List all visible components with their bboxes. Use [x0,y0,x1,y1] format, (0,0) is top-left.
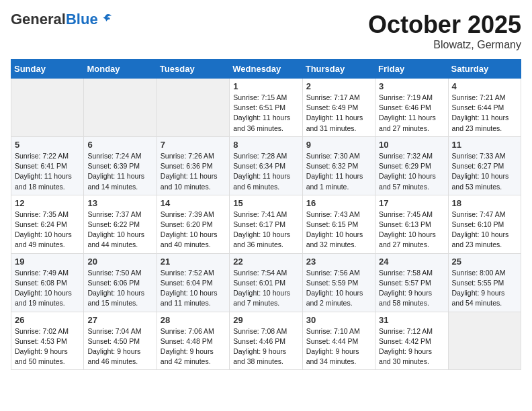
day-info: Sunrise: 7:37 AMSunset: 6:22 PMDaylight:… [87,210,152,250]
day-info: Sunrise: 7:06 AMSunset: 4:48 PMDaylight:… [161,326,226,367]
day-info: Sunrise: 7:26 AMSunset: 6:36 PMDaylight:… [161,151,226,192]
day-info: Sunrise: 7:39 AMSunset: 6:20 PMDaylight:… [161,210,226,250]
day-info: Sunrise: 7:28 AMSunset: 6:34 PMDaylight:… [233,151,298,192]
calendar-cell: 26Sunrise: 7:02 AMSunset: 4:53 PMDayligh… [11,312,84,370]
calendar-cell: 25Sunrise: 8:00 AMSunset: 5:55 PMDayligh… [448,253,521,312]
calendar-week-row: 12Sunrise: 7:35 AMSunset: 6:24 PMDayligh… [11,195,521,253]
calendar-cell: 8Sunrise: 7:28 AMSunset: 6:34 PMDaylight… [230,136,302,195]
calendar-cell: 11Sunrise: 7:33 AMSunset: 6:27 PMDayligh… [448,136,521,195]
logo-bird-icon [99,13,113,26]
calendar-cell: 14Sunrise: 7:39 AMSunset: 6:20 PMDayligh… [157,195,229,253]
day-number: 14 [161,198,226,208]
calendar-cell: 22Sunrise: 7:54 AMSunset: 6:01 PMDayligh… [230,253,302,312]
day-info: Sunrise: 7:24 AMSunset: 6:39 PMDaylight:… [87,151,152,192]
day-number: 4 [452,81,517,91]
calendar-cell: 10Sunrise: 7:32 AMSunset: 6:29 PMDayligh… [375,136,448,195]
month-title: October 2025 [368,11,521,39]
day-number: 17 [379,198,444,208]
calendar-cell: 7Sunrise: 7:26 AMSunset: 6:36 PMDaylight… [157,136,229,195]
day-info: Sunrise: 7:47 AMSunset: 6:10 PMDaylight:… [452,210,517,250]
calendar-cell: 1Sunrise: 7:15 AMSunset: 6:51 PMDaylight… [230,79,302,137]
day-info: Sunrise: 7:52 AMSunset: 6:04 PMDaylight:… [161,268,226,309]
calendar-cell: 17Sunrise: 7:45 AMSunset: 6:13 PMDayligh… [375,195,448,253]
calendar-cell: 2Sunrise: 7:17 AMSunset: 6:49 PMDaylight… [302,79,375,137]
location: Blowatz, Germany [368,39,521,51]
day-info: Sunrise: 7:43 AMSunset: 6:15 PMDaylight:… [306,210,371,250]
calendar-cell: 31Sunrise: 7:12 AMSunset: 4:42 PMDayligh… [375,312,448,370]
day-info: Sunrise: 7:54 AMSunset: 6:01 PMDaylight:… [233,268,298,309]
calendar-cell [157,79,229,137]
day-info: Sunrise: 7:49 AMSunset: 6:08 PMDaylight:… [15,268,80,309]
day-number: 22 [233,257,298,267]
calendar-cell: 18Sunrise: 7:47 AMSunset: 6:10 PMDayligh… [448,195,521,253]
day-info: Sunrise: 8:00 AMSunset: 5:55 PMDaylight:… [452,268,517,309]
calendar-cell: 5Sunrise: 7:22 AMSunset: 6:41 PMDaylight… [11,136,84,195]
weekday-header-friday: Friday [375,60,448,79]
calendar-cell: 13Sunrise: 7:37 AMSunset: 6:22 PMDayligh… [84,195,157,253]
calendar-table: SundayMondayTuesdayWednesdayThursdayFrid… [11,59,521,370]
calendar-week-row: 5Sunrise: 7:22 AMSunset: 6:41 PMDaylight… [11,136,521,195]
calendar-cell: 29Sunrise: 7:08 AMSunset: 4:46 PMDayligh… [230,312,302,370]
calendar-cell: 4Sunrise: 7:21 AMSunset: 6:44 PMDaylight… [448,79,521,137]
calendar-cell: 28Sunrise: 7:06 AMSunset: 4:48 PMDayligh… [157,312,229,370]
day-info: Sunrise: 7:56 AMSunset: 5:59 PMDaylight:… [306,268,371,309]
day-number: 24 [379,257,444,267]
day-number: 2 [306,81,371,91]
day-info: Sunrise: 7:08 AMSunset: 4:46 PMDaylight:… [233,326,298,367]
day-number: 29 [233,315,298,325]
day-info: Sunrise: 7:04 AMSunset: 4:50 PMDaylight:… [87,326,152,367]
day-number: 23 [306,257,371,267]
day-info: Sunrise: 7:02 AMSunset: 4:53 PMDaylight:… [15,326,80,367]
day-number: 21 [161,257,226,267]
calendar-cell: 12Sunrise: 7:35 AMSunset: 6:24 PMDayligh… [11,195,84,253]
day-number: 28 [161,315,226,325]
calendar-cell: 27Sunrise: 7:04 AMSunset: 4:50 PMDayligh… [84,312,157,370]
calendar-cell: 3Sunrise: 7:19 AMSunset: 6:46 PMDaylight… [375,79,448,137]
calendar-cell [448,312,521,370]
day-number: 3 [379,81,444,91]
day-number: 25 [452,257,517,267]
day-number: 6 [87,140,152,150]
weekday-header-monday: Monday [84,60,157,79]
calendar-cell: 23Sunrise: 7:56 AMSunset: 5:59 PMDayligh… [302,253,375,312]
weekday-header-sunday: Sunday [11,60,84,79]
day-number: 27 [87,315,152,325]
day-info: Sunrise: 7:50 AMSunset: 6:06 PMDaylight:… [87,268,152,309]
day-number: 16 [306,198,371,208]
day-number: 8 [233,140,298,150]
calendar-cell: 15Sunrise: 7:41 AMSunset: 6:17 PMDayligh… [230,195,302,253]
day-info: Sunrise: 7:22 AMSunset: 6:41 PMDaylight:… [15,151,80,192]
day-number: 15 [233,198,298,208]
calendar-cell [11,79,84,137]
day-number: 20 [87,257,152,267]
weekday-header-tuesday: Tuesday [157,60,229,79]
day-number: 11 [452,140,517,150]
day-number: 5 [15,140,80,150]
page-header: GeneralBlue October 2025 Blowatz, German… [11,11,521,51]
day-info: Sunrise: 7:30 AMSunset: 6:32 PMDaylight:… [306,151,371,192]
day-info: Sunrise: 7:10 AMSunset: 4:44 PMDaylight:… [306,326,371,367]
calendar-cell: 6Sunrise: 7:24 AMSunset: 6:39 PMDaylight… [84,136,157,195]
calendar-cell: 20Sunrise: 7:50 AMSunset: 6:06 PMDayligh… [84,253,157,312]
weekday-header-saturday: Saturday [448,60,521,79]
calendar-week-row: 26Sunrise: 7:02 AMSunset: 4:53 PMDayligh… [11,312,521,370]
calendar-cell: 21Sunrise: 7:52 AMSunset: 6:04 PMDayligh… [157,253,229,312]
day-number: 18 [452,198,517,208]
calendar-cell: 19Sunrise: 7:49 AMSunset: 6:08 PMDayligh… [11,253,84,312]
day-info: Sunrise: 7:33 AMSunset: 6:27 PMDaylight:… [452,151,517,192]
day-number: 9 [306,140,371,150]
day-info: Sunrise: 7:17 AMSunset: 6:49 PMDaylight:… [306,93,371,134]
day-info: Sunrise: 7:21 AMSunset: 6:44 PMDaylight:… [452,93,517,134]
logo-general: General [11,11,66,28]
day-info: Sunrise: 7:45 AMSunset: 6:13 PMDaylight:… [379,210,444,250]
calendar-cell: 24Sunrise: 7:58 AMSunset: 5:57 PMDayligh… [375,253,448,312]
calendar-cell: 16Sunrise: 7:43 AMSunset: 6:15 PMDayligh… [302,195,375,253]
day-number: 7 [161,140,226,150]
logo-blue: Blue [66,11,98,28]
day-number: 12 [15,198,80,208]
weekday-header-thursday: Thursday [302,60,375,79]
weekday-header-wednesday: Wednesday [230,60,302,79]
calendar-cell: 9Sunrise: 7:30 AMSunset: 6:32 PMDaylight… [302,136,375,195]
day-info: Sunrise: 7:12 AMSunset: 4:42 PMDaylight:… [379,326,444,367]
day-info: Sunrise: 7:19 AMSunset: 6:46 PMDaylight:… [379,93,444,134]
